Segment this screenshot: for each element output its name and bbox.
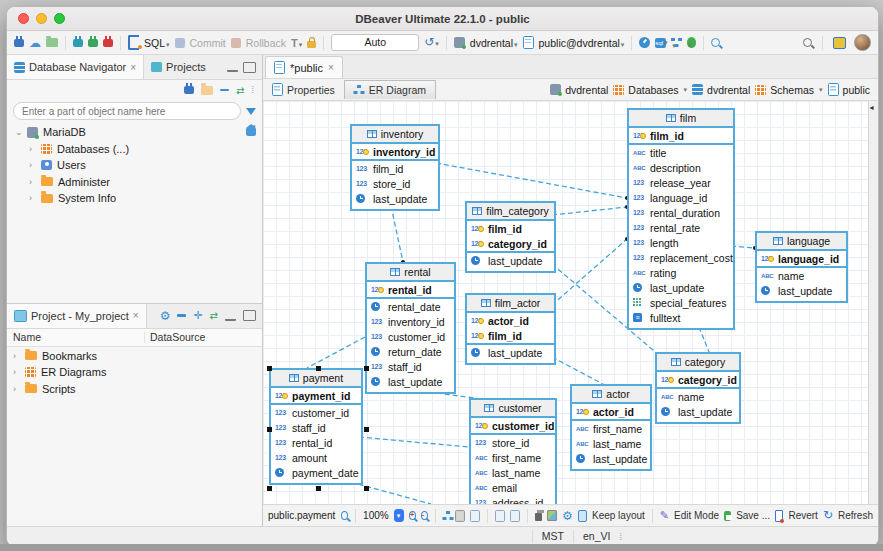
column-customer-last_name[interactable]: ABClast_name: [471, 465, 555, 480]
search-in-diagram-icon[interactable]: [341, 511, 348, 520]
twistie-collapsed-icon[interactable]: ›: [13, 367, 20, 377]
global-search-icon[interactable]: [803, 38, 812, 47]
table-header[interactable]: payment: [271, 370, 361, 388]
column-film-replacement_cost[interactable]: 123replacement_cost: [629, 250, 733, 265]
zoom-out-icon[interactable]: -: [421, 511, 428, 520]
twistie-collapsed-icon[interactable]: ›: [13, 384, 20, 394]
fit-diagram-icon[interactable]: [470, 510, 480, 522]
table-film_actor[interactable]: film_actor123actor_id123film_idlast_upda…: [465, 293, 556, 365]
tab-project[interactable]: Project - My_project ×: [7, 304, 147, 328]
column-film_actor-actor_id[interactable]: 123actor_id: [467, 313, 554, 328]
column-language-name[interactable]: ABCname: [757, 268, 846, 283]
column-film_actor-film_id[interactable]: 123film_id: [467, 328, 554, 343]
selection-handle[interactable]: [316, 366, 321, 371]
zoom-in-icon[interactable]: +: [409, 511, 416, 520]
column-film-rating[interactable]: ABCrating: [629, 265, 733, 280]
diagram-settings-icon[interactable]: ⚙: [562, 511, 573, 521]
tree-item-mariadb[interactable]: ⌄ MariaDB: [7, 124, 262, 141]
column-film-description[interactable]: ABCdescription: [629, 160, 733, 175]
toggle-grid-icon[interactable]: [455, 510, 465, 522]
column-payment-staff_id[interactable]: 123staff_id: [271, 420, 361, 435]
zoom-dropdown-button[interactable]: ▾: [394, 509, 404, 522]
selection-handle[interactable]: [267, 427, 272, 432]
sql-editor-icon[interactable]: [128, 35, 139, 50]
column-film-length[interactable]: 123length: [629, 235, 733, 250]
tree-item-scripts[interactable]: › Scripts: [7, 381, 262, 398]
column-film-title[interactable]: ABCtitle: [629, 145, 733, 160]
lock-icon[interactable]: [307, 41, 316, 48]
keep-layout-icon[interactable]: [578, 510, 587, 522]
column-header-datasource[interactable]: DataSource: [144, 331, 262, 343]
statusbar-menu-icon[interactable]: ⁞: [619, 532, 622, 542]
twistie-collapsed-icon[interactable]: ›: [29, 160, 36, 170]
table-payment[interactable]: payment123payment_id123customer_id123sta…: [269, 368, 363, 485]
filter-icon[interactable]: [246, 108, 256, 115]
column-rental-rental_id[interactable]: 123rental_id: [367, 282, 454, 297]
breadcrumb-schema[interactable]: public: [828, 83, 870, 96]
tree-item-users[interactable]: › Users: [7, 157, 262, 174]
twistie-collapsed-icon[interactable]: ›: [13, 351, 20, 361]
selection-handle[interactable]: [316, 486, 321, 491]
sql-editor-button[interactable]: SQL: [144, 37, 170, 49]
twistie-collapsed-icon[interactable]: ›: [29, 177, 36, 187]
column-payment-amount[interactable]: 123amount: [271, 450, 361, 465]
table-header[interactable]: film: [629, 110, 733, 128]
column-inventory-last_update[interactable]: last_update: [352, 191, 438, 206]
tab-properties[interactable]: Properties: [263, 79, 344, 100]
column-actor-last_name[interactable]: ABClast_name: [572, 436, 650, 451]
column-rental-customer_id[interactable]: 123customer_id: [367, 329, 454, 344]
debug-icon[interactable]: [687, 37, 696, 48]
column-rental-rental_date[interactable]: rental_date: [367, 299, 454, 314]
new-connection-toolbar-icon[interactable]: [184, 86, 194, 94]
table-category[interactable]: category123category_idABCnamelast_update: [655, 352, 741, 424]
tree-item-bookmarks[interactable]: › Bookmarks: [7, 348, 262, 365]
tree-item-system-info[interactable]: › System Info: [7, 190, 262, 207]
close-tab-icon[interactable]: ×: [328, 62, 334, 73]
collapse-all-icon[interactable]: [220, 89, 229, 92]
user-avatar[interactable]: [854, 34, 871, 51]
breadcrumb-database[interactable]: dvdrental: [692, 84, 750, 96]
selection-handle[interactable]: [364, 366, 369, 371]
column-actor-actor_id[interactable]: 123actor_id: [572, 404, 650, 419]
table-header[interactable]: language: [757, 233, 846, 251]
transaction-mode-button[interactable]: T: [291, 37, 302, 49]
timezone-indicator[interactable]: MST: [532, 530, 573, 543]
maximize-panel-icon[interactable]: [243, 310, 256, 321]
export-image-icon[interactable]: [547, 510, 557, 521]
sql-console-icon[interactable]: sql: [655, 38, 666, 48]
column-actor-last_update[interactable]: last_update: [572, 451, 650, 466]
new-folder-icon[interactable]: [201, 86, 213, 95]
view-menu-icon[interactable]: ⁞: [251, 85, 254, 95]
breadcrumb-databases[interactable]: Databases: [613, 84, 687, 96]
column-customer-email[interactable]: ABCemail: [471, 480, 555, 495]
connect-icon[interactable]: [73, 39, 83, 47]
column-customer-address_id[interactable]: 123address_id: [471, 495, 555, 504]
column-customer-first_name[interactable]: ABCfirst_name: [471, 450, 555, 465]
transaction-log-button[interactable]: ↺: [424, 37, 439, 49]
table-film[interactable]: film123film_idABCtitleABCdescription123r…: [627, 108, 735, 330]
selection-handle[interactable]: [364, 486, 369, 491]
close-tab-icon[interactable]: ×: [133, 310, 139, 321]
new-connection-button[interactable]: [14, 39, 24, 47]
tab-public-editor[interactable]: *public ×: [265, 56, 343, 78]
table-header[interactable]: film_actor: [467, 295, 554, 313]
column-payment-payment_id[interactable]: 123payment_id: [271, 388, 361, 403]
reconnect-icon[interactable]: [88, 39, 98, 47]
table-film_category[interactable]: film_category123film_id123category_idlas…: [465, 201, 556, 273]
object-filter-input[interactable]: [13, 102, 241, 120]
twistie-collapsed-icon[interactable]: ›: [29, 144, 36, 154]
auto-layout-icon[interactable]: [443, 511, 451, 521]
column-customer-store_id[interactable]: 123store_id: [471, 435, 555, 450]
column-film_category-last_update[interactable]: last_update: [467, 253, 554, 268]
dashboard-icon[interactable]: [639, 37, 650, 48]
tree-item-er-diagrams[interactable]: › ER Diagrams: [7, 364, 262, 381]
table-customer[interactable]: customer123customer_id123store_idABCfirs…: [469, 398, 557, 504]
column-film-rental_rate[interactable]: 123rental_rate: [629, 220, 733, 235]
table-actor[interactable]: actor123actor_idABCfirst_nameABClast_nam…: [570, 384, 652, 471]
column-rental-last_update[interactable]: last_update: [367, 374, 454, 389]
twistie-collapsed-icon[interactable]: ›: [29, 193, 36, 203]
column-film-film_id[interactable]: 123film_id: [629, 128, 733, 143]
column-actor-first_name[interactable]: ABCfirst_name: [572, 421, 650, 436]
commit-button[interactable]: Commit: [190, 37, 226, 49]
execution-plan-icon[interactable]: [671, 38, 682, 48]
